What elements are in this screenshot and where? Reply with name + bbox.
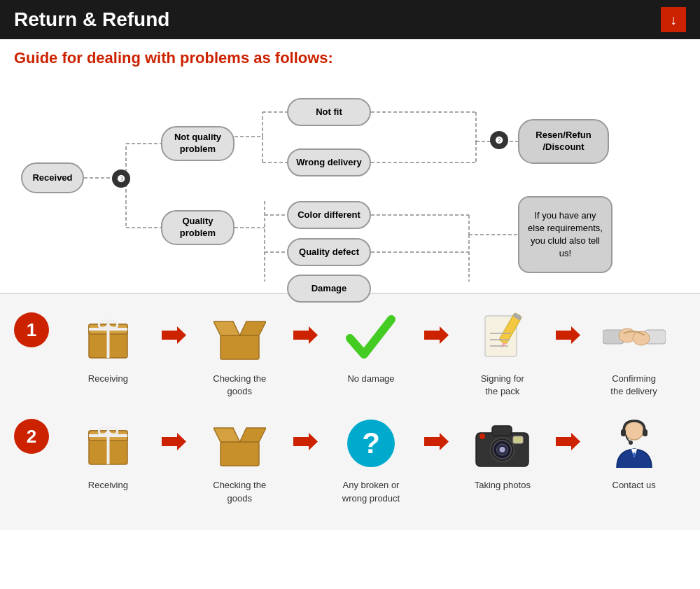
arrow-4 <box>554 326 582 344</box>
guide-title: Guide for dealing with problems as follo… <box>0 39 700 73</box>
svg-marker-32 <box>162 326 186 344</box>
box-closed-icon <box>69 305 146 368</box>
step-label-contact: Contact us <box>612 479 656 492</box>
step-label-receiving2: Receiving <box>88 479 128 492</box>
pencil-icon <box>464 305 541 368</box>
svg-marker-58 <box>293 433 318 450</box>
process-step-confirming: Confirming the delivery <box>582 305 686 398</box>
box-open-icon <box>201 305 278 368</box>
svg-marker-68 <box>556 433 580 450</box>
node-requirements: If you have any else requirements, you c… <box>518 196 612 273</box>
camera-icon <box>464 412 541 475</box>
svg-point-65 <box>500 447 505 452</box>
step-label-checking2: Checking the goods <box>213 479 266 504</box>
flow-section: Received Not quality problem Quality pro… <box>0 73 700 293</box>
header-title: Return & Refund <box>14 8 169 31</box>
node-received: Received <box>21 162 84 193</box>
process-steps-1: Receiving <box>56 305 686 398</box>
process-step-broken: ? Any broken or wrong product <box>319 412 424 504</box>
checkmark-icon <box>332 305 410 368</box>
process-step-contact: Contact us <box>582 412 686 492</box>
process-step-photos: Taking photos <box>450 412 554 492</box>
process-row-2: 2 Receiving <box>14 412 686 504</box>
node-color-diff: Color different <box>287 201 371 229</box>
step-label-receiving: Receiving <box>88 373 128 385</box>
step-label-signing: Signing for the pack <box>481 373 524 398</box>
svg-rect-70 <box>621 429 626 436</box>
process-step-checking2: Checking the goods <box>188 412 292 504</box>
arrow-5 <box>160 433 188 450</box>
process-step-no-damage: No damage <box>319 305 424 385</box>
header: Return & Refund ↓ <box>0 0 700 39</box>
node-not-quality: Not quality problem <box>161 126 234 161</box>
svg-marker-35 <box>293 326 318 344</box>
svg-marker-36 <box>424 326 449 344</box>
header-arrow: ↓ <box>661 7 686 32</box>
arrow-8 <box>554 433 582 450</box>
svg-point-69 <box>625 422 643 440</box>
arrow-1 <box>160 326 188 344</box>
badge-2: ❷ <box>490 131 508 149</box>
arrow-7 <box>423 433 450 450</box>
box-closed-icon-2 <box>69 412 146 475</box>
arrow-3 <box>423 326 450 344</box>
svg-rect-61 <box>492 426 512 436</box>
process-number-1: 1 <box>14 312 49 347</box>
svg-rect-33 <box>220 335 259 359</box>
process-step-receiving2: Receiving <box>56 412 160 492</box>
question-icon: ? <box>332 412 410 475</box>
step-label-photos: Taking photos <box>475 479 531 492</box>
arrow-2 <box>292 326 319 344</box>
step-label-confirming: Confirming the delivery <box>610 373 657 398</box>
process-step-receiving: Receiving <box>56 305 160 385</box>
step-label-broken: Any broken or wrong product <box>342 479 400 504</box>
svg-rect-71 <box>643 429 648 436</box>
badge-3: ❸ <box>112 169 130 188</box>
step-label-checking1: Checking the goods <box>213 373 266 398</box>
box-open-icon-2 <box>201 412 278 475</box>
node-not-fit: Not fit <box>287 98 371 126</box>
step-label-no-damage: No damage <box>347 373 394 385</box>
process-step-checking1: Checking the goods <box>188 305 292 398</box>
svg-marker-59 <box>424 433 449 450</box>
svg-marker-44 <box>556 326 580 344</box>
process-step-signing: Signing for the pack <box>450 305 554 398</box>
handshake-icon <box>596 305 673 368</box>
node-quality-defect: Quality defect <box>287 238 371 266</box>
svg-point-72 <box>629 441 633 445</box>
svg-point-67 <box>479 434 485 439</box>
node-quality: Quality problem <box>161 210 234 245</box>
svg-rect-66 <box>513 436 523 443</box>
node-wrong-delivery: Wrong delivery <box>287 148 371 176</box>
node-resen: Resen/Refun /Discount <box>518 119 609 164</box>
process-section: 1 Receiving <box>0 293 700 530</box>
flow-diagram: Received Not quality problem Quality pro… <box>14 78 686 282</box>
svg-rect-56 <box>220 442 259 466</box>
contact-icon <box>596 412 673 475</box>
svg-marker-55 <box>162 433 186 450</box>
node-damage: Damage <box>287 275 371 303</box>
process-steps-2: Receiving Checking the goods <box>56 412 686 504</box>
process-row-1: 1 Receiving <box>14 305 686 398</box>
arrow-6 <box>292 433 319 450</box>
process-number-2: 2 <box>14 419 49 454</box>
